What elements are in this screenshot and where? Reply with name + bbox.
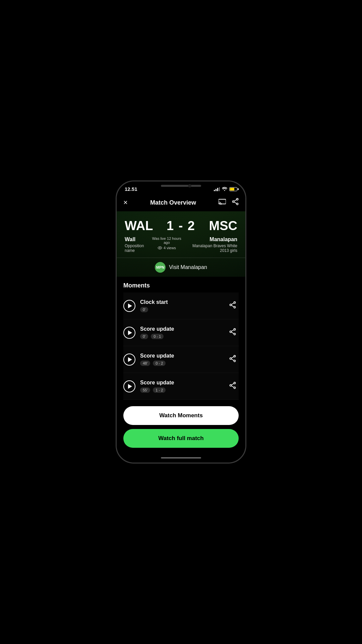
visit-bar[interactable]: MPN Visit Manalapan	[117, 258, 245, 277]
svg-point-9	[234, 307, 236, 308]
share-moment-2[interactable]	[227, 352, 239, 367]
moment-tags-3: 55' 1 - 2	[140, 387, 227, 393]
score-row: WAL 1 - 2 MSC	[117, 211, 245, 235]
status-icons	[214, 186, 237, 192]
svg-point-1	[236, 199, 238, 200]
match-hero: WAL 1 - 2 MSC Wall Opposition name Was l…	[117, 211, 245, 277]
svg-point-13	[230, 331, 232, 333]
moment-title-1: Score update	[140, 326, 227, 332]
moment-minute-2: 48'	[140, 361, 150, 366]
share-moment-0[interactable]	[227, 299, 239, 313]
moment-score-3: 1 - 2	[153, 387, 166, 393]
page-title: Match Overview	[150, 199, 196, 206]
away-team-name: Manalapan	[182, 236, 237, 243]
bottom-buttons: Watch Moments Watch full match	[117, 402, 245, 454]
svg-point-22	[234, 382, 236, 384]
moment-title-3: Score update	[140, 380, 227, 386]
match-score: 1 - 2	[167, 219, 195, 233]
svg-point-2	[232, 201, 234, 203]
moment-minute-3: 55'	[140, 387, 150, 393]
moments-title: Moments	[123, 282, 239, 289]
match-meta: Was live 12 hours ago 4 views	[151, 236, 182, 250]
phone-screen: 12.51 × Match	[117, 181, 245, 463]
away-team-info: Manalapan Manalapan Braves White 2013 gi…	[182, 236, 237, 253]
phone-shell: 12.51 × Match	[116, 180, 246, 464]
eye-icon	[158, 246, 162, 250]
team-badge-icon: MPN	[155, 262, 166, 273]
moments-section: Moments Clock start 0'	[117, 277, 245, 402]
status-bar: 12.51	[117, 181, 245, 195]
svg-point-18	[230, 358, 232, 360]
play-triangle-icon	[128, 330, 132, 335]
play-button-3[interactable]	[123, 380, 135, 392]
moment-info-1: Score update 0' 0 - 1	[140, 326, 227, 339]
svg-point-12	[234, 329, 236, 330]
moment-info-3: Score update 55' 1 - 2	[140, 380, 227, 393]
play-triangle-icon	[128, 357, 132, 362]
svg-point-7	[234, 302, 236, 304]
svg-point-24	[234, 387, 236, 389]
moment-item[interactable]: Clock start 0'	[123, 292, 239, 319]
header-actions	[219, 198, 239, 207]
signal-icon	[214, 187, 220, 191]
moment-tags-2: 48' 0 - 2	[140, 361, 227, 366]
away-team-code: MSC	[209, 219, 237, 233]
svg-point-8	[230, 304, 232, 306]
svg-point-19	[234, 360, 236, 362]
battery-icon	[229, 187, 237, 191]
team-details-row: Wall Opposition name Was live 12 hours a…	[117, 235, 245, 258]
views-count: 4 views	[151, 246, 182, 250]
play-triangle-icon	[128, 384, 132, 389]
home-team-subtitle: Opposition name	[125, 244, 151, 253]
svg-point-17	[234, 356, 236, 357]
moment-score-1: 0 - 1	[151, 334, 164, 339]
away-team-subtitle: Manalapan Braves White 2013 girls	[182, 244, 237, 253]
wifi-icon	[222, 186, 227, 192]
share-moment-3[interactable]	[227, 379, 239, 393]
home-team-info: Wall Opposition name	[125, 236, 151, 253]
app-header: × Match Overview	[117, 195, 245, 211]
moment-title-2: Score update	[140, 353, 227, 359]
watch-full-match-button[interactable]: Watch full match	[123, 429, 239, 448]
moment-info-0: Clock start 0'	[140, 299, 227, 312]
moment-item[interactable]: Score update 48' 0 - 2	[123, 346, 239, 373]
moment-minute-1: 0'	[140, 334, 148, 339]
moment-item[interactable]: Score update 0' 0 - 1	[123, 319, 239, 346]
svg-line-16	[231, 332, 234, 334]
svg-line-5	[234, 202, 236, 204]
home-team-code: WAL	[125, 219, 153, 233]
play-button-0[interactable]	[123, 300, 135, 312]
home-bar	[161, 457, 201, 459]
home-team-name: Wall	[125, 236, 151, 243]
svg-line-25	[231, 383, 234, 385]
moment-info-2: Score update 48' 0 - 2	[140, 353, 227, 366]
moment-minute-0: 0'	[140, 307, 148, 312]
moment-title-0: Clock start	[140, 299, 227, 305]
watch-moments-button[interactable]: Watch Moments	[123, 406, 239, 425]
svg-point-14	[234, 333, 236, 335]
moment-score-2: 0 - 2	[153, 361, 166, 366]
share-button[interactable]	[232, 198, 239, 207]
svg-point-3	[236, 203, 238, 205]
svg-line-4	[234, 200, 236, 201]
moment-tags-0: 0'	[140, 307, 227, 312]
camera-dot	[188, 184, 191, 187]
play-button-1[interactable]	[123, 327, 135, 339]
cast-button[interactable]	[219, 198, 226, 207]
svg-point-6	[159, 247, 161, 249]
notch	[161, 185, 201, 187]
share-moment-1[interactable]	[227, 325, 239, 340]
visit-label: Visit Manalapan	[169, 264, 207, 270]
content-area[interactable]: Moments Clock start 0'	[117, 277, 245, 402]
svg-line-10	[231, 303, 234, 305]
svg-point-23	[230, 385, 232, 386]
close-button[interactable]: ×	[123, 198, 128, 207]
status-time: 12.51	[125, 186, 137, 192]
live-text: Was live 12 hours ago	[151, 236, 182, 245]
moment-item[interactable]: Score update 55' 1 - 2	[123, 373, 239, 400]
svg-line-21	[231, 359, 234, 361]
home-indicator	[117, 454, 245, 463]
play-button-2[interactable]	[123, 354, 135, 366]
play-triangle-icon	[128, 304, 132, 308]
svg-line-15	[231, 330, 234, 331]
